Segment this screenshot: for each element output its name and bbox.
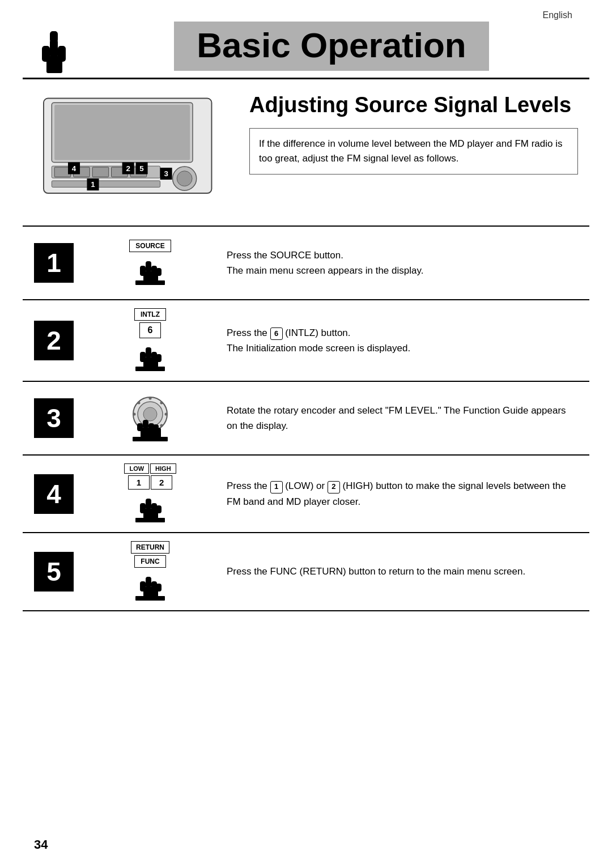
svg-rect-4 xyxy=(50,31,58,42)
section-heading: Adjusting Source Signal Levels xyxy=(249,93,578,118)
intro-text-block: Adjusting Source Signal Levels If the di… xyxy=(249,93,578,220)
hand-icon-4 xyxy=(133,493,167,524)
svg-rect-66 xyxy=(156,584,162,592)
step-number-5: 5 xyxy=(34,552,74,592)
svg-rect-64 xyxy=(140,581,146,592)
func-button-label: FUNC xyxy=(134,555,165,568)
step-5-desc: Press the FUNC (RETURN) button to return… xyxy=(210,564,578,579)
svg-rect-63 xyxy=(146,577,151,588)
svg-rect-11 xyxy=(92,167,109,177)
svg-rect-37 xyxy=(156,354,162,362)
svg-point-49 xyxy=(160,424,163,427)
step-row-3: 3 xyxy=(23,381,589,454)
step-5-text: Press the FUNC (RETURN) button to return… xyxy=(227,566,525,577)
step-4-text: Press the 1 (LOW) or 2 (HIGH) button to … xyxy=(227,480,566,507)
svg-text:3: 3 xyxy=(164,169,168,178)
svg-text:2: 2 xyxy=(126,164,130,173)
high-num-label: 2 xyxy=(151,475,172,490)
step-number-3: 3 xyxy=(34,398,74,438)
svg-rect-31 xyxy=(156,268,162,276)
svg-rect-28 xyxy=(146,261,151,273)
svg-rect-3 xyxy=(58,46,66,62)
num-6-circle: 6 xyxy=(270,327,283,340)
step-row-1: 1 SOURCE Press the SOURCE button.The mai… xyxy=(23,225,589,299)
last-rule xyxy=(23,610,589,611)
svg-rect-29 xyxy=(140,266,146,276)
rotary-encoder-icon xyxy=(125,393,176,444)
svg-text:1: 1 xyxy=(91,180,95,189)
svg-point-45 xyxy=(165,413,168,416)
intro-section: 4 2 5 3 1 Adjusting Source Signal Levels… xyxy=(0,79,612,220)
svg-rect-35 xyxy=(140,352,146,362)
svg-rect-52 xyxy=(137,423,143,431)
svg-rect-32 xyxy=(135,280,165,285)
page-number: 34 xyxy=(34,837,48,852)
step-row-4: 4 LOW HIGH 1 2 xyxy=(23,454,589,532)
page-header: English Basic Operation xyxy=(0,0,612,73)
language-label: English xyxy=(85,10,572,20)
svg-rect-7 xyxy=(54,105,190,160)
high-button-label: HIGH xyxy=(150,463,176,474)
svg-point-16 xyxy=(177,171,192,186)
step-5-icon: RETURN FUNC xyxy=(91,541,210,602)
svg-rect-51 xyxy=(143,420,148,429)
low-num-label: 1 xyxy=(128,475,150,490)
device-diagram: 4 2 5 3 1 xyxy=(34,93,227,220)
header-title-block: English Basic Operation xyxy=(85,10,578,73)
svg-rect-57 xyxy=(146,499,151,510)
step-number-4: 4 xyxy=(34,474,74,514)
hand-icon-2 xyxy=(133,342,167,373)
svg-point-46 xyxy=(138,402,141,405)
step-4-desc: Press the 1 (LOW) or 2 (HIGH) button to … xyxy=(210,478,578,509)
hand-icon-1 xyxy=(133,256,167,287)
svg-rect-58 xyxy=(140,503,146,513)
steps-area: 1 SOURCE Press the SOURCE button.The mai… xyxy=(0,225,612,610)
low-button-label: LOW xyxy=(124,463,149,474)
step-3-text: Rotate the rotary encoder and select "FM… xyxy=(227,405,566,431)
header-hand-icon xyxy=(34,28,74,73)
num-2-circle: 2 xyxy=(328,481,340,493)
num-1-circle: 1 xyxy=(270,481,283,493)
step-number-2: 2 xyxy=(34,321,74,360)
step-2-desc: Press the 6 (INTLZ) button.The Initializ… xyxy=(210,325,578,356)
svg-rect-38 xyxy=(135,367,165,371)
svg-text:5: 5 xyxy=(139,164,144,173)
hand-icon-5 xyxy=(133,571,167,602)
svg-rect-34 xyxy=(146,347,151,359)
svg-point-47 xyxy=(160,402,163,405)
step-1-icon: SOURCE xyxy=(91,240,210,287)
svg-rect-14 xyxy=(52,181,160,187)
step-1-desc: Press the SOURCE button.The main menu sc… xyxy=(210,248,578,278)
svg-rect-67 xyxy=(135,596,165,601)
intlz-num-label: 6 xyxy=(139,322,162,338)
intlz-button-label: INTLZ xyxy=(134,308,166,321)
step-number-1: 1 xyxy=(34,243,74,283)
svg-point-42 xyxy=(149,397,152,400)
step-row-5: 5 RETURN FUNC Press the FUNC (RETURN) bu… xyxy=(23,532,589,610)
svg-point-44 xyxy=(133,413,136,416)
svg-rect-61 xyxy=(135,518,165,522)
step-2-text: Press the 6 (INTLZ) button.The Initializ… xyxy=(227,327,410,354)
step-row-2: 2 INTLZ 6 Press the 6 (INTLZ) button.The… xyxy=(23,299,589,381)
step-4-icon: LOW HIGH 1 2 xyxy=(91,463,210,524)
svg-rect-54 xyxy=(153,424,159,431)
step-1-text: Press the SOURCE button.The main menu sc… xyxy=(227,250,423,276)
step-3-icon xyxy=(91,393,210,444)
svg-rect-55 xyxy=(133,437,168,441)
main-title: Basic Operation xyxy=(174,22,488,71)
info-box: If the difference in volume level betwee… xyxy=(249,128,578,175)
info-box-text: If the difference in volume level betwee… xyxy=(259,138,562,164)
source-button-label: SOURCE xyxy=(129,240,171,252)
step-2-icon: INTLZ 6 xyxy=(91,308,210,373)
svg-point-41 xyxy=(143,407,157,421)
svg-text:4: 4 xyxy=(72,164,76,173)
svg-rect-2 xyxy=(42,46,50,62)
step-3-desc: Rotate the rotary encoder and select "FM… xyxy=(210,403,578,433)
return-button-label: RETURN xyxy=(131,541,169,554)
svg-rect-60 xyxy=(156,505,162,513)
